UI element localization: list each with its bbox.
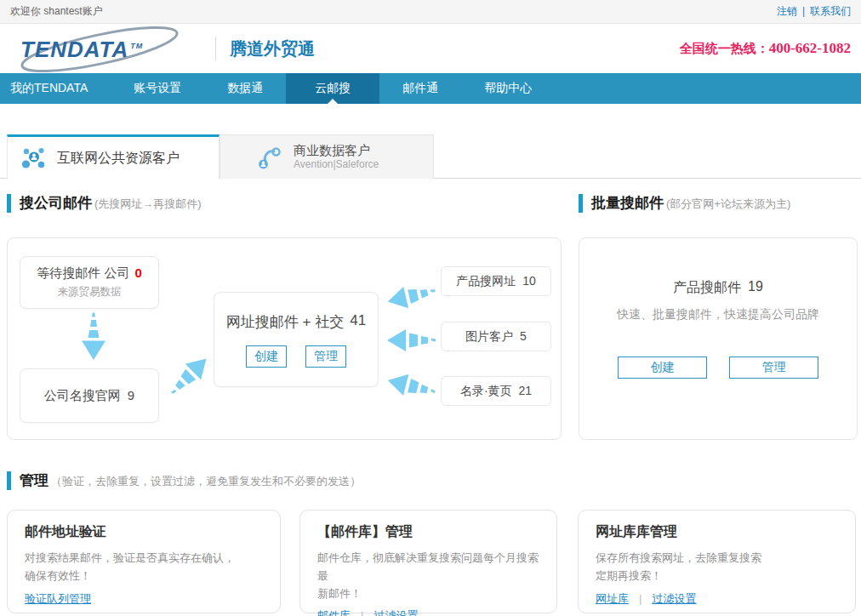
brand-header: TENDATATM 腾道外贸通 全国统一热线：400-662-1082 xyxy=(0,24,861,73)
batch-search-heading: 批量搜邮件 (部分官网+论坛来源为主) xyxy=(579,194,790,213)
trademark-symbol: TM xyxy=(130,42,143,50)
search-company-email-heading: 搜公司邮件 (先搜网址→再搜邮件) xyxy=(7,194,202,213)
waiting-companies-box: 等待搜邮件 公司 0 来源贸易数据 xyxy=(20,256,159,309)
tab-label: 互联网公共资源客户 xyxy=(57,150,180,168)
waiting-count: 0 xyxy=(134,265,141,280)
nav-item-cloud-mail-search[interactable]: 云邮搜 xyxy=(286,73,379,104)
search-company-email-panel: 等待搜邮件 公司 0 来源贸易数据 公司名搜官网 9 网址搜邮件 + 社交 41… xyxy=(7,237,562,440)
section-note: （验证，去除重复，设置过滤，避免重复发生和不必要的发送） xyxy=(51,474,361,489)
verification-queue-link[interactable]: 验证队列管理 xyxy=(25,592,91,605)
link-separator: | xyxy=(639,592,641,605)
topbar-separator: | xyxy=(802,5,805,17)
header-divider xyxy=(215,37,216,60)
card-title: 网址库库管理 xyxy=(596,523,838,541)
waiting-source: 来源贸易数据 xyxy=(58,285,122,299)
company-name-search-box: 公司名搜官网 9 xyxy=(20,368,159,423)
batch-description: 快速、批量搜邮件，快速提高公司品牌 xyxy=(617,307,819,322)
nav-item-help-center[interactable]: 帮助中心 xyxy=(461,73,555,104)
logout-link[interactable]: 注销 xyxy=(777,5,797,17)
section-note: (部分官网+论坛来源为主) xyxy=(666,197,790,212)
flow-arrow-left-icon xyxy=(387,327,436,354)
waiting-label: 等待搜邮件 公司 xyxy=(37,265,129,282)
manage-section-heading: 管理 （验证，去除重复，设置过滤，避免重复发生和不必要的发送） xyxy=(7,471,361,490)
card-title: 【邮件库】管理 xyxy=(317,523,539,541)
section-title: 管理 xyxy=(20,471,48,490)
email-address-verification-card: 邮件地址验证 对搜索结果邮件，验证是否真实存在确认， 确保有效性！ 验证队列管理 xyxy=(7,510,281,613)
batch-search-email-panel: 产品搜邮件 19 快速、批量搜邮件，快速提高公司品牌 创建 管理 xyxy=(579,237,858,440)
tab-sublabel: Avention|Saleforce xyxy=(294,158,379,171)
section-note: (先搜网址→再搜邮件) xyxy=(94,197,202,212)
network-users-icon xyxy=(21,145,47,171)
nav-item-mail-tong[interactable]: 邮件通 xyxy=(379,73,461,104)
section-title: 批量搜邮件 xyxy=(591,194,664,213)
manage-button[interactable]: 管理 xyxy=(305,345,346,368)
hotline-label: 全国统一热线： xyxy=(680,41,769,55)
center-box-count: 41 xyxy=(350,312,366,332)
flow-arrow-down-icon xyxy=(79,312,108,360)
logo-wordmark: TENDATATM xyxy=(20,37,143,63)
source-count: 5 xyxy=(520,329,527,343)
nav-item-my-tendata[interactable]: 我的TENDATA xyxy=(0,73,111,104)
flow-arrow-left-icon xyxy=(385,277,439,315)
card-body-line: 新邮件！ xyxy=(317,585,539,603)
customer-source-tabs: 互联网公共资源客户 商业数据客户 Avention|Saleforce xyxy=(0,134,861,179)
tab-business-data-customers[interactable]: 商业数据客户 Avention|Saleforce xyxy=(220,134,434,179)
company-search-count: 9 xyxy=(128,388,134,402)
nav-item-data-tong[interactable]: 数据通 xyxy=(204,73,286,104)
directory-yellowpages-box: 名录·黄页 21 xyxy=(441,376,551,406)
product-search-email-label: 产品搜邮件 xyxy=(673,279,741,297)
url-library-management-card: 网址库库管理 保存所有搜索网址，去除重复搜索 定期再搜索！ 网址库|过滤设置 xyxy=(578,510,856,613)
card-body-line: 邮件仓库，彻底解决重复搜索问题每个月搜索最 xyxy=(317,550,539,585)
tabs-spacer xyxy=(0,134,7,179)
company-search-label: 公司名搜官网 xyxy=(44,388,121,404)
source-label: 产品搜网址 xyxy=(456,274,516,289)
product-name: 腾道外贸通 xyxy=(230,37,315,60)
share-user-icon xyxy=(256,144,283,171)
main-nav: 我的TENDATA 账号设置 数据通 云邮搜 邮件通 帮助中心 xyxy=(0,73,861,104)
source-label: 名录·黄页 xyxy=(460,384,512,399)
source-count: 10 xyxy=(522,274,536,288)
url-library-link[interactable]: 网址库 xyxy=(596,592,629,605)
create-button[interactable]: 创建 xyxy=(618,356,707,379)
card-body-line: 确保有效性！ xyxy=(25,568,263,585)
tendata-logo: TENDATATM xyxy=(10,26,202,71)
tab-label: 商业数据客户 xyxy=(294,143,379,159)
center-box-label: 网址搜邮件 + 社交 xyxy=(226,312,344,332)
source-label: 图片客户 xyxy=(465,329,513,345)
create-button[interactable]: 创建 xyxy=(246,345,287,368)
tab-internet-public-resources[interactable]: 互联网公共资源客户 xyxy=(7,134,220,180)
top-utility-bar: 欢迎你 shantest账户 注销|联系我们 xyxy=(0,0,861,24)
card-body-line: 对搜索结果邮件，验证是否真实存在确认， xyxy=(25,550,263,568)
link-separator: | xyxy=(361,609,363,616)
flow-arrow-left-icon xyxy=(385,367,439,405)
section-title: 搜公司邮件 xyxy=(20,194,92,213)
hotline-number: 400-662-1082 xyxy=(769,40,851,56)
manage-button[interactable]: 管理 xyxy=(729,356,818,379)
nav-item-account-settings[interactable]: 账号设置 xyxy=(111,73,204,104)
filter-settings-link[interactable]: 过滤设置 xyxy=(373,609,418,616)
card-body-line: 保存所有搜索网址，去除重复搜索 xyxy=(596,550,838,568)
url-search-email-box: 网址搜邮件 + 社交 41 创建 管理 xyxy=(214,292,379,387)
product-search-url-box: 产品搜网址 10 xyxy=(441,266,551,296)
product-search-email-count: 19 xyxy=(748,279,763,297)
contact-us-link[interactable]: 联系我们 xyxy=(810,5,851,17)
hotline: 全国统一热线：400-662-1082 xyxy=(680,40,851,57)
welcome-text: 欢迎你 shantest账户 xyxy=(10,4,103,19)
flow-arrow-diagonal-icon xyxy=(162,349,216,403)
image-customers-box: 图片客户 5 xyxy=(441,322,551,351)
source-count: 21 xyxy=(519,384,533,397)
filter-settings-link[interactable]: 过滤设置 xyxy=(652,592,696,605)
email-library-link[interactable]: 邮件库 xyxy=(317,609,351,616)
card-body-line: 定期再搜索！ xyxy=(596,568,838,585)
email-library-management-card: 【邮件库】管理 邮件仓库，彻底解决重复搜索问题每个月搜索最 新邮件！ 邮件库|过… xyxy=(299,510,557,613)
card-title: 邮件地址验证 xyxy=(25,523,263,541)
